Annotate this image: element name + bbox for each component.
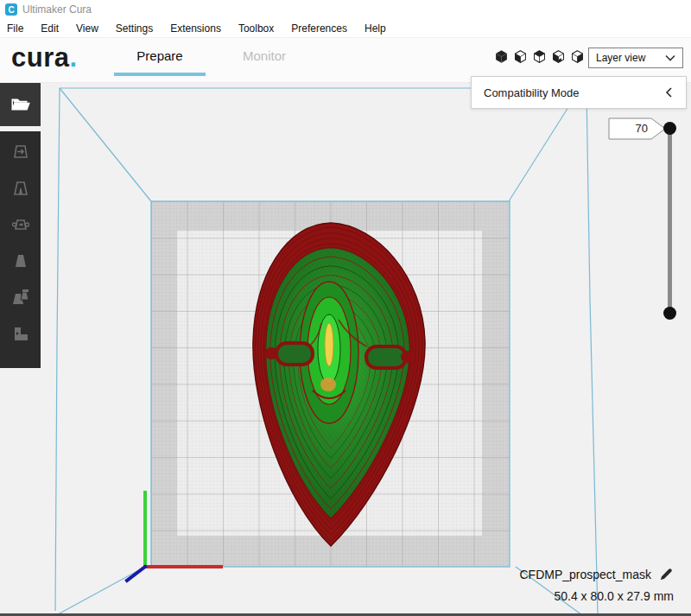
open-folder-icon [10, 93, 32, 116]
chevron-down-icon [665, 54, 675, 62]
viewport: 70 CFDMP_prospect_mask 50.4 x 80.0 x 27.… [0, 83, 691, 616]
collapse-chevron-left-icon[interactable] [664, 86, 674, 98]
rotate-tool-button[interactable] [9, 213, 32, 236]
camera-top-view-icon[interactable] [532, 49, 547, 64]
window-titlebar: C Ultimaker Cura [0, 0, 691, 19]
camera-3d-view-icon[interactable] [494, 49, 509, 64]
layer-core-highlight [325, 323, 333, 366]
menu-view[interactable]: View [76, 22, 98, 35]
view-mode-dropdown[interactable]: Layer view [588, 48, 683, 68]
support-blocker-button[interactable] [9, 321, 32, 345]
model-dimensions: 50.4 x 80.0 x 27.9 mm [520, 589, 675, 603]
camera-right-view-icon[interactable] [570, 49, 585, 64]
edit-pencil-icon[interactable] [659, 567, 674, 581]
open-file-button[interactable] [0, 83, 41, 126]
menu-preferences[interactable]: Preferences [291, 22, 347, 35]
move-tool-icon [10, 142, 31, 162]
per-model-settings-icon [10, 287, 31, 308]
viewport-3d-scene[interactable] [0, 83, 691, 616]
tab-prepare[interactable]: Prepare [112, 48, 207, 63]
cura-logo: cura. [11, 42, 78, 73]
menubar: File Edit View Settings Extensions Toolb… [0, 19, 691, 38]
compatibility-mode-panel: Compatibility Mode [471, 76, 687, 109]
window-title: Ultimaker Cura [22, 3, 92, 16]
menu-extensions[interactable]: Extensions [170, 22, 221, 35]
camera-left-view-icon[interactable] [551, 49, 566, 64]
tab-prepare-active-underline [114, 73, 206, 76]
camera-front-view-icon[interactable] [513, 49, 528, 64]
layer-number-value: 70 [636, 122, 648, 135]
cura-logo-text: cura [11, 42, 69, 73]
model-left-ear [276, 343, 313, 365]
menu-toolbox[interactable]: Toolbox [238, 22, 274, 35]
view-mode-value: Layer view [596, 52, 645, 64]
cura-app-icon: C [5, 3, 17, 16]
compatibility-mode-title: Compatibility Mode [484, 86, 580, 99]
scale-tool-button[interactable] [9, 176, 32, 200]
menu-help[interactable]: Help [365, 22, 386, 35]
per-model-settings-button[interactable] [9, 285, 32, 308]
support-blocker-icon [10, 323, 31, 344]
mirror-tool-icon [10, 251, 31, 271]
camera-view-buttons [494, 49, 585, 64]
menu-file[interactable]: File [7, 22, 23, 35]
model-right-ear [366, 346, 406, 368]
mirror-tool-button[interactable] [9, 249, 32, 272]
layer-slider-track[interactable] [668, 128, 672, 313]
rotate-tool-icon [10, 214, 31, 235]
model-info: CFDMP_prospect_mask 50.4 x 80.0 x 27.9 m… [520, 567, 675, 603]
move-tool-button[interactable] [9, 140, 32, 163]
model-name: CFDMP_prospect_mask [520, 568, 652, 581]
layer-slider-top-handle[interactable] [663, 122, 676, 135]
layer-number-label[interactable]: 70 [608, 117, 667, 140]
menu-settings[interactable]: Settings [116, 22, 153, 35]
cura-logo-dot: . [69, 42, 77, 73]
tool-panel [0, 131, 41, 368]
scale-tool-icon [10, 178, 31, 199]
tab-monitor[interactable]: Monitor [227, 48, 301, 63]
axis-z-blue [127, 567, 145, 581]
menu-edit[interactable]: Edit [41, 22, 59, 35]
layer-slider-bottom-handle[interactable] [663, 307, 676, 320]
